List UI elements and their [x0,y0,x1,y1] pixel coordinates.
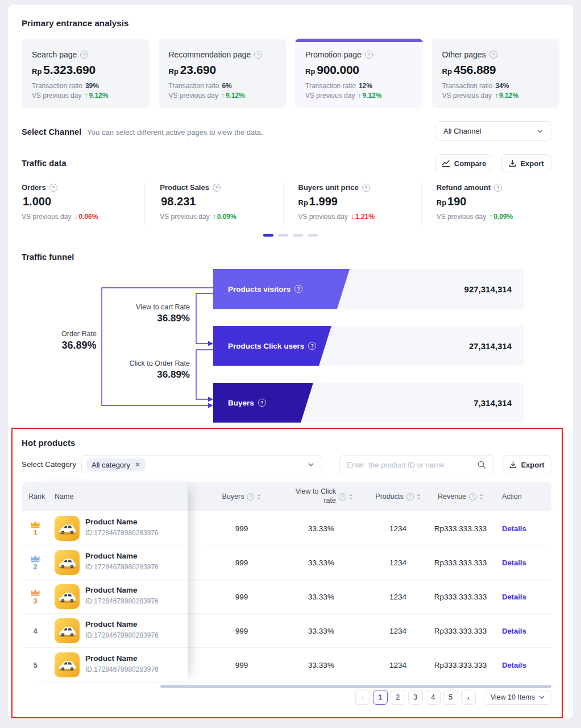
help-icon[interactable] [254,51,262,59]
vs-label: VS previous day [442,92,492,100]
delta-value: 9.12% [226,92,245,100]
page-button-1[interactable]: 1 [373,690,388,705]
page-button-2[interactable]: 2 [391,690,405,705]
help-icon[interactable] [308,342,316,350]
compare-label: Compare [454,159,486,168]
rank-number: 1 [33,528,37,537]
entrance-card-promotion-page[interactable]: Promotion page Rp900.000 Transaction rat… [295,39,423,108]
channel-select[interactable]: All Channel [435,121,551,141]
vs-label: VS previous day [169,92,218,100]
page-size-label: View 10 Items [491,693,535,701]
column-header-view-to-click-rate: View to Click rate [289,487,336,505]
product-search-input[interactable] [347,461,477,469]
details-link[interactable]: Details [502,559,526,567]
order-rate-annotation: Order Rate 36.89% [47,330,111,351]
page-button-5[interactable]: 5 [443,690,458,705]
entrance-cards: Search page Rp5.323.690 Transaction rati… [22,39,559,108]
help-icon[interactable] [362,184,370,192]
carousel-dot[interactable] [293,234,303,237]
next-page-button[interactable] [461,690,476,705]
currency: Rp [32,67,42,76]
help-icon[interactable] [213,184,221,192]
details-link[interactable]: Details [502,661,526,669]
horizontal-scrollbar[interactable] [160,685,551,688]
delta-value: 1.21% [355,213,375,221]
help-icon[interactable] [294,285,302,293]
entrance-card-recommendation-page[interactable]: Recommendation page Rp23.690 Transaction… [159,39,287,108]
help-icon[interactable] [494,184,502,192]
help-icon[interactable] [80,51,88,59]
funnel-stage-value: 927,314,314 [464,269,512,309]
funnel-stage-label: Products Click users [228,342,304,350]
sort-icon[interactable] [479,494,483,500]
details-link[interactable]: Details [502,627,526,635]
funnel-stage-buyers: Buyers [213,383,313,423]
details-link[interactable]: Details [502,593,526,601]
vs-label: VS previous day [305,92,355,100]
funnel-stage-label: Buyers [228,399,254,407]
metric-orders: Orders 1.000 VS previous day0.06% [22,183,145,225]
metric-label: Orders [22,183,46,192]
click-to-order-label: Click to Order Rate [107,359,190,367]
fixed-columns-header: Rank Name [22,482,188,511]
traffic-export-button[interactable]: Export [501,154,551,172]
ratio-value: 6% [222,82,231,90]
view-to-cart-label: View to cart Rate [107,303,190,311]
revenue-value: Rp333.333.333 [418,511,503,545]
help-icon[interactable] [469,493,476,500]
column-header-name: Name [55,493,73,500]
chip-close-icon[interactable]: ✕ [135,461,140,468]
delta-value: 9.12% [89,92,108,100]
buyers-value: 999 [199,614,284,648]
page-button-3[interactable]: 3 [408,690,423,705]
metric-label: Refund amount [437,183,491,192]
hot-products-export-button[interactable]: Export [503,455,551,474]
entrance-card-other-pages[interactable]: Other pages Rp456.889 Transaction ratio3… [432,39,560,108]
card-value: 456.889 [454,63,496,76]
card-value: 900.000 [317,63,359,76]
delta-value: 9.12% [499,92,518,100]
funnel-stage-products-click-users: Products Click users [213,326,331,366]
up-arrow-icon [213,213,216,221]
carousel-dot[interactable] [308,234,318,237]
product-search-box [339,455,493,474]
column-header-rank: Rank [28,493,45,500]
revenue-value: Rp333.333.333 [418,614,503,648]
help-icon[interactable] [365,51,373,59]
product-id: ID:17284678980283976 [85,529,159,537]
carousel-dot[interactable] [278,234,288,237]
prev-page-button[interactable] [355,690,370,705]
page-button-4[interactable]: 4 [426,690,441,705]
compare-button[interactable]: Compare [435,154,492,172]
sort-icon[interactable] [257,494,261,500]
help-icon[interactable] [339,493,346,500]
ratio-value: 34% [495,82,509,90]
help-icon[interactable] [247,493,254,500]
currency: Rp [305,67,315,76]
entrance-card-search-page[interactable]: Search page Rp5.323.690 Transaction rati… [22,39,150,108]
primary-entrance-title: Primary entrance analysis [22,18,128,28]
vs-label: VS previous day [298,213,348,221]
hot-products-table: Buyers View to Click rate Products Reven… [22,482,551,681]
currency: Rp [437,198,446,207]
help-icon[interactable] [49,184,57,192]
search-icon[interactable] [477,460,486,469]
sort-icon[interactable] [349,494,353,500]
help-icon[interactable] [258,399,266,407]
product-image [55,652,80,677]
metric-value: 1.999 [309,195,338,208]
traffic-data-title: Traffic data [22,159,67,168]
carousel-dot-active[interactable] [263,234,273,237]
page-size-select[interactable]: View 10 Items [484,690,551,705]
category-select[interactable]: All category ✕ [81,455,322,474]
help-icon[interactable] [406,493,414,500]
funnel-row-products-visitors: Products visitors 927,314,314 [213,269,524,309]
delta-value: 0.06% [78,213,98,221]
analysis-card: Primary entrance analysis Search page Rp… [8,5,573,719]
details-link[interactable]: Details [502,524,526,533]
help-icon[interactable] [489,51,497,59]
product-id: ID:17284678980283976 [85,665,159,673]
revenue-value: Rp333.333.333 [418,648,503,682]
product-id: ID:17284678980283976 [85,597,159,605]
export-label: Export [521,461,544,469]
